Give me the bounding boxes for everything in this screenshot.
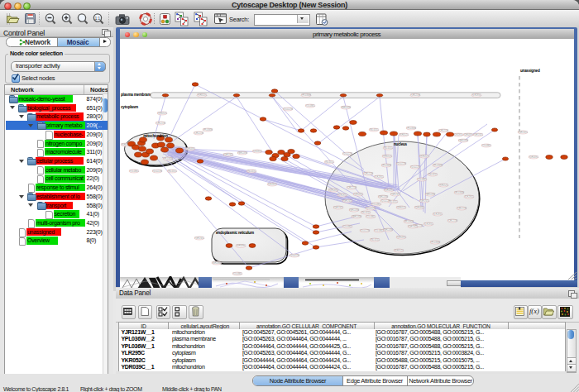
svg-text:YOL086C: YOL086C [371, 203, 381, 206]
svg-text:YOL086C: YOL086C [305, 104, 315, 108]
svg-text:YBR118W: YBR118W [378, 195, 388, 198]
svg-text:YKR052C: YKR052C [394, 249, 404, 252]
svg-text:YOL086C: YOL086C [417, 178, 427, 181]
svg-text:1:1: 1:1 [95, 17, 101, 21]
svg-text:YNL055C: YNL055C [383, 146, 392, 150]
svg-text:YKR052C: YKR052C [157, 112, 167, 115]
svg-text:YGR192C: YGR192C [333, 206, 343, 209]
svg-text:YDR039C: YDR039C [529, 155, 538, 159]
svg-text:YBR118W: YBR118W [383, 228, 393, 232]
svg-text:YNL055C: YNL055C [167, 170, 176, 173]
svg-text:YGR192C: YGR192C [390, 193, 400, 196]
svg-text:YDL022W: YDL022W [342, 152, 352, 155]
svg-text:YLR295C: YLR295C [337, 194, 347, 197]
svg-text:YBR118W: YBR118W [349, 208, 359, 212]
svg-text:endoplasmic reticulum: endoplasmic reticulum [216, 231, 254, 235]
svg-text:YPL036W: YPL036W [406, 127, 416, 130]
svg-text:YDR039C: YDR039C [328, 189, 338, 192]
svg-text:YLR295C: YLR295C [433, 213, 442, 216]
svg-text:YJR121W: YJR121W [447, 219, 457, 222]
svg-text:YKR052C: YKR052C [419, 155, 429, 158]
svg-text:YBR118W: YBR118W [341, 106, 351, 109]
svg-text:YGR192C: YGR192C [419, 199, 429, 203]
svg-text:YKR052C: YKR052C [396, 206, 406, 209]
svg-text:YDL022W: YDL022W [410, 165, 420, 169]
svg-text:YDR039C: YDR039C [353, 193, 363, 196]
svg-text:YJR121W: YJR121W [156, 122, 165, 125]
svg-text:YDR039C: YDR039C [396, 236, 406, 239]
svg-text:YLR295C: YLR295C [464, 195, 473, 198]
svg-text:YJR121W: YJR121W [457, 207, 467, 210]
svg-text:YGR192C: YGR192C [194, 237, 204, 240]
svg-text:YNL055C: YNL055C [246, 170, 256, 173]
svg-text:YDR039C: YDR039C [463, 133, 473, 136]
svg-text:YNL055C: YNL055C [388, 200, 397, 203]
svg-text:YDR039C: YDR039C [384, 189, 394, 192]
svg-text:YBR118W: YBR118W [352, 215, 361, 218]
svg-text:YNL055C: YNL055C [370, 238, 379, 241]
svg-text:plasma membrane: plasma membrane [121, 93, 152, 97]
svg-text:YNL055C: YNL055C [361, 211, 370, 214]
svg-text:YGR192C: YGR192C [408, 225, 418, 228]
svg-text:YKR052C: YKR052C [399, 133, 409, 136]
svg-text:YDL022W: YDL022W [152, 170, 162, 173]
svg-text:YPL036W: YPL036W [163, 157, 173, 160]
svg-text:YJR121W: YJR121W [347, 186, 356, 189]
svg-text:YPL036W: YPL036W [381, 164, 391, 167]
svg-text:YPL036W: YPL036W [301, 93, 311, 97]
svg-text:YDL022W: YDL022W [366, 207, 376, 210]
svg-text:YBR118W: YBR118W [237, 151, 247, 155]
svg-text:mitochondrion: mitochondrion [143, 134, 168, 138]
svg-text:YKR052C: YKR052C [382, 155, 392, 158]
svg-text:YGR192C: YGR192C [518, 131, 528, 134]
svg-text:YKR052C: YKR052C [197, 93, 207, 97]
svg-text:YOL086C: YOL086C [232, 272, 242, 275]
svg-text:YOL086C: YOL086C [129, 170, 139, 173]
svg-text:YDR039C: YDR039C [185, 147, 195, 151]
svg-text:YJR121W: YJR121W [410, 93, 420, 97]
svg-text:YLR295C: YLR295C [252, 150, 261, 153]
svg-text:YNL055C: YNL055C [324, 160, 333, 164]
svg-text:YJR121W: YJR121W [363, 172, 373, 175]
svg-text:YJR121W: YJR121W [438, 129, 448, 132]
svg-text:unassigned: unassigned [520, 69, 540, 73]
svg-text:YPL036W: YPL036W [203, 128, 213, 131]
svg-text:YLR295C: YLR295C [267, 183, 276, 186]
svg-text:YBR118W: YBR118W [425, 193, 435, 196]
svg-text:YDL022W: YDL022W [396, 162, 406, 165]
svg-text:YLR295C: YLR295C [423, 222, 433, 226]
svg-text:YDL022W: YDL022W [283, 108, 293, 111]
svg-text:YBR118W: YBR118W [458, 139, 468, 142]
svg-text:YLR295C: YLR295C [374, 175, 383, 179]
svg-text:nucleus: nucleus [394, 142, 408, 146]
svg-text:YPL036W: YPL036W [430, 241, 440, 244]
svg-text:YNL055C: YNL055C [428, 173, 437, 176]
svg-text:YNL055C: YNL055C [369, 128, 378, 131]
svg-text:YDL022W: YDL022W [360, 229, 370, 232]
svg-text:YPL036W: YPL036W [404, 220, 414, 223]
svg-text:YGR192C: YGR192C [473, 133, 483, 136]
svg-text:YPL036W: YPL036W [454, 191, 464, 194]
svg-text:YOL086C: YOL086C [374, 229, 384, 232]
svg-text:YOL086C: YOL086C [481, 144, 491, 147]
svg-text:YDL022W: YDL022W [290, 254, 299, 257]
svg-text:YOL086C: YOL086C [342, 225, 352, 228]
svg-text:YPL036W: YPL036W [433, 164, 443, 167]
svg-text:YLR295C: YLR295C [453, 133, 462, 136]
svg-text:YOL086C: YOL086C [366, 215, 376, 218]
svg-text:YJR121W: YJR121W [194, 131, 203, 135]
svg-text:YDR039C: YDR039C [414, 206, 424, 209]
svg-text:YLR295C: YLR295C [471, 93, 481, 97]
svg-text:YGR192C: YGR192C [223, 153, 233, 156]
svg-text:YBR118W: YBR118W [212, 261, 222, 265]
svg-text:cytoplasm: cytoplasm [121, 105, 138, 109]
svg-text:YGR192C: YGR192C [342, 199, 352, 203]
svg-text:YDR039C: YDR039C [236, 244, 246, 247]
svg-text:YKR052C: YKR052C [438, 184, 448, 187]
